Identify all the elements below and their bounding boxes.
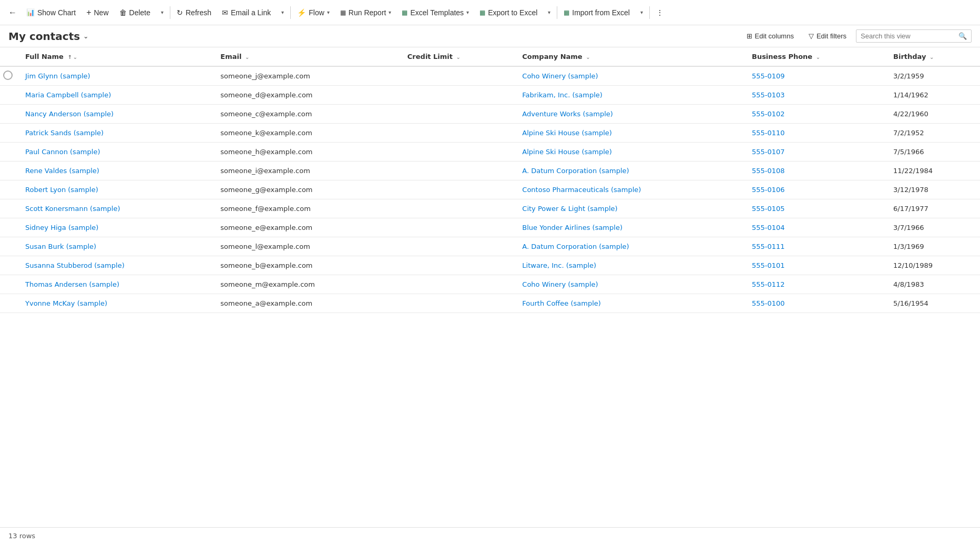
cell-companyname[interactable]: Coho Winery (sample) bbox=[516, 275, 746, 294]
cell-businessphone[interactable]: 555-0104 bbox=[746, 218, 887, 237]
cell-businessphone[interactable]: 555-0105 bbox=[746, 199, 887, 218]
col-businessphone[interactable]: Business Phone ⌄ bbox=[746, 47, 887, 66]
cell-fullname[interactable]: Sidney Higa (sample) bbox=[19, 218, 214, 237]
cell-birthday: 1/14/1962 bbox=[887, 86, 980, 105]
delete-caret-button[interactable]: ▾ bbox=[156, 6, 169, 18]
import-dropdown-icon: ▾ bbox=[640, 9, 643, 15]
export-caret-button[interactable]: ▾ bbox=[543, 6, 556, 18]
export-excel-button[interactable]: ▦ Export to Excel bbox=[474, 5, 543, 20]
refresh-button[interactable]: ↻ Refresh bbox=[171, 5, 217, 20]
email-link-label: Email a Link bbox=[231, 8, 271, 17]
cell-fullname[interactable]: Patrick Sands (sample) bbox=[19, 124, 214, 143]
page-title: My contacts ⌄ bbox=[8, 30, 741, 43]
cell-businessphone[interactable]: 555-0110 bbox=[746, 124, 887, 143]
cell-fullname[interactable]: Scott Konersmann (sample) bbox=[19, 199, 214, 218]
row-checkbox[interactable] bbox=[3, 70, 13, 80]
divider-1 bbox=[170, 6, 170, 19]
cell-businessphone[interactable]: 555-0102 bbox=[746, 105, 887, 124]
table-row: Rene Valdes (sample)someone_i@example.co… bbox=[0, 162, 980, 180]
cell-companyname[interactable]: City Power & Light (sample) bbox=[516, 199, 746, 218]
cell-companyname[interactable]: Fabrikam, Inc. (sample) bbox=[516, 86, 746, 105]
cell-companyname[interactable]: Litware, Inc. (sample) bbox=[516, 256, 746, 275]
cell-businessphone[interactable]: 555-0101 bbox=[746, 256, 887, 275]
delete-button[interactable]: 🗑 Delete bbox=[114, 5, 156, 20]
main-content: My contacts ⌄ ⊞ Edit columns ▽ Edit filt… bbox=[0, 25, 980, 544]
run-report-dropdown-icon: ▾ bbox=[389, 9, 391, 15]
edit-filters-button[interactable]: ▽ Edit filters bbox=[803, 29, 852, 43]
cell-companyname[interactable]: A. Datum Corporation (sample) bbox=[516, 162, 746, 180]
title-dropdown-icon[interactable]: ⌄ bbox=[83, 33, 88, 40]
cell-businessphone[interactable]: 555-0108 bbox=[746, 162, 887, 180]
col-birthday[interactable]: Birthday ⌄ bbox=[887, 47, 980, 66]
cell-companyname[interactable]: Alpine Ski House (sample) bbox=[516, 143, 746, 162]
cell-companyname[interactable]: A. Datum Corporation (sample) bbox=[516, 237, 746, 256]
search-box[interactable]: 🔍 bbox=[856, 29, 972, 43]
show-chart-button[interactable]: 📊 Show Chart bbox=[21, 5, 81, 20]
cell-email: someone_i@example.com bbox=[214, 162, 401, 180]
table-row: Sidney Higa (sample)someone_e@example.co… bbox=[0, 218, 980, 237]
col-fullname[interactable]: Full Name ↑⌄ bbox=[19, 47, 214, 66]
show-chart-icon: 📊 bbox=[26, 8, 35, 16]
cell-companyname[interactable]: Fourth Coffee (sample) bbox=[516, 294, 746, 313]
cell-companyname[interactable]: Alpine Ski House (sample) bbox=[516, 124, 746, 143]
col-creditlimit[interactable]: Credit Limit ⌄ bbox=[401, 47, 516, 66]
more-button[interactable]: ⋮ bbox=[651, 5, 669, 20]
import-excel-button[interactable]: ▦ Import from Excel bbox=[558, 5, 635, 20]
flow-button[interactable]: ⚡ Flow ▾ bbox=[292, 5, 335, 20]
cell-email: someone_m@example.com bbox=[214, 275, 401, 294]
export-excel-label: Export to Excel bbox=[488, 8, 537, 17]
new-button[interactable]: + New bbox=[81, 5, 114, 21]
select-all-header[interactable] bbox=[0, 47, 19, 66]
delete-label: Delete bbox=[129, 8, 150, 17]
contacts-table: Full Name ↑⌄ Email ⌄ Credit Limit ⌄ Comp… bbox=[0, 47, 980, 313]
email-caret-button[interactable]: ▾ bbox=[276, 6, 289, 18]
cell-businessphone[interactable]: 555-0106 bbox=[746, 180, 887, 199]
cell-birthday: 5/16/1954 bbox=[887, 294, 980, 313]
cell-fullname[interactable]: Nancy Anderson (sample) bbox=[19, 105, 214, 124]
cell-companyname[interactable]: Contoso Pharmaceuticals (sample) bbox=[516, 180, 746, 199]
edit-filters-icon: ▽ bbox=[809, 32, 814, 40]
cell-businessphone[interactable]: 555-0100 bbox=[746, 294, 887, 313]
cell-businessphone[interactable]: 555-0111 bbox=[746, 237, 887, 256]
table-row: Susanna Stubberod (sample)someone_b@exam… bbox=[0, 256, 980, 275]
cell-creditlimit bbox=[401, 162, 516, 180]
table-row: Robert Lyon (sample)someone_g@example.co… bbox=[0, 180, 980, 199]
cell-fullname[interactable]: Robert Lyon (sample) bbox=[19, 180, 214, 199]
cell-businessphone[interactable]: 555-0103 bbox=[746, 86, 887, 105]
back-button[interactable]: ← bbox=[4, 5, 21, 21]
cell-fullname[interactable]: Yvonne McKay (sample) bbox=[19, 294, 214, 313]
export-excel-icon: ▦ bbox=[479, 9, 485, 16]
cell-businessphone[interactable]: 555-0112 bbox=[746, 275, 887, 294]
excel-templates-icon: ▦ bbox=[402, 9, 407, 16]
excel-templates-button[interactable]: ▦ Excel Templates ▾ bbox=[396, 5, 474, 20]
delete-dropdown-icon: ▾ bbox=[161, 9, 164, 15]
search-input[interactable] bbox=[861, 32, 955, 40]
cell-companyname[interactable]: Adventure Works (sample) bbox=[516, 105, 746, 124]
email-dropdown-icon: ▾ bbox=[281, 9, 284, 15]
cell-fullname[interactable]: Rene Valdes (sample) bbox=[19, 162, 214, 180]
cell-companyname[interactable]: Coho Winery (sample) bbox=[516, 66, 746, 86]
sub-toolbar: My contacts ⌄ ⊞ Edit columns ▽ Edit filt… bbox=[0, 25, 980, 47]
cell-businessphone[interactable]: 555-0109 bbox=[746, 66, 887, 86]
cell-email: someone_a@example.com bbox=[214, 294, 401, 313]
cell-fullname[interactable]: Paul Cannon (sample) bbox=[19, 143, 214, 162]
flow-label: Flow bbox=[309, 8, 324, 17]
cell-fullname[interactable]: Susan Burk (sample) bbox=[19, 237, 214, 256]
run-report-button[interactable]: ▦ Run Report ▾ bbox=[335, 5, 397, 20]
cell-fullname[interactable]: Susanna Stubberod (sample) bbox=[19, 256, 214, 275]
import-caret-button[interactable]: ▾ bbox=[635, 6, 648, 18]
edit-columns-button[interactable]: ⊞ Edit columns bbox=[741, 29, 799, 43]
main-toolbar: ← 📊 Show Chart + New 🗑 Delete ▾ ↻ Refres… bbox=[0, 0, 980, 25]
email-link-button[interactable]: ✉ Email a Link bbox=[217, 5, 276, 20]
col-companyname[interactable]: Company Name ⌄ bbox=[516, 47, 746, 66]
cell-birthday: 1/3/1969 bbox=[887, 237, 980, 256]
col-email[interactable]: Email ⌄ bbox=[214, 47, 401, 66]
cell-fullname[interactable]: Maria Campbell (sample) bbox=[19, 86, 214, 105]
table-row: Maria Campbell (sample)someone_d@example… bbox=[0, 86, 980, 105]
cell-fullname[interactable]: Thomas Andersen (sample) bbox=[19, 275, 214, 294]
cell-fullname[interactable]: Jim Glynn (sample) bbox=[19, 66, 214, 86]
page-title-text: My contacts bbox=[8, 30, 80, 43]
cell-businessphone[interactable]: 555-0107 bbox=[746, 143, 887, 162]
cell-companyname[interactable]: Blue Yonder Airlines (sample) bbox=[516, 218, 746, 237]
cell-creditlimit bbox=[401, 275, 516, 294]
